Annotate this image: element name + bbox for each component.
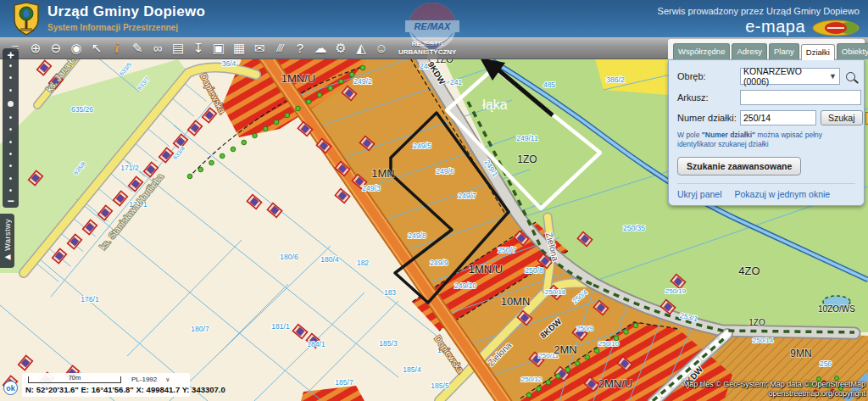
tree-dot xyxy=(209,160,214,165)
zoom-out-button[interactable]: − xyxy=(7,194,14,208)
gis-application: 635/26171/2171/1176/1180/7180/6180/4181/… xyxy=(0,0,868,401)
ok-button[interactable]: ok xyxy=(3,381,18,395)
zoom-level-dot[interactable] xyxy=(8,101,14,107)
select-area-icon[interactable]: ◉ xyxy=(66,38,86,58)
prism-icon[interactable]: ◭ xyxy=(351,38,371,58)
parcel-label: 256 xyxy=(820,359,832,368)
cloud-icon[interactable]: ☁ xyxy=(310,38,331,58)
parcel-label: 485 xyxy=(543,81,555,89)
layout-panels-icon[interactable]: ▦ xyxy=(229,38,249,58)
link-icon[interactable]: ∞ xyxy=(147,38,168,58)
parcel-label: 250/19 xyxy=(665,287,687,295)
parcel-label: 182 xyxy=(357,259,369,267)
hide-panel-link[interactable]: Ukryj panel xyxy=(677,189,722,199)
zoom-slider[interactable]: + − xyxy=(3,48,19,208)
advanced-search-button[interactable]: Szukanie zaawansowane xyxy=(677,157,801,175)
search-button[interactable]: Szukaj xyxy=(821,110,863,125)
zoom-out-icon[interactable]: ⊖ xyxy=(46,38,66,58)
crs-label: PL-1992 xyxy=(131,376,157,383)
parcel-label: 185/5 xyxy=(431,382,449,390)
parcel-number-input[interactable] xyxy=(740,110,816,125)
zoom-level-dot[interactable] xyxy=(9,128,12,131)
obreb-select[interactable]: KONARZEWO (0006) ▼ xyxy=(740,68,840,85)
search-hint: W pole "Numer działki" można wpisać pełn… xyxy=(677,131,855,149)
help-icon[interactable]: ? xyxy=(290,38,310,58)
tab-adresy[interactable]: Adresy xyxy=(732,43,767,59)
obreb-label: Obręb: xyxy=(677,71,740,81)
parcel-label: 250/14 xyxy=(753,337,774,344)
draw-icon[interactable]: ✎ xyxy=(127,38,147,58)
tab-współrzędne[interactable]: Współrzędne xyxy=(673,43,730,59)
parcel-label: 185/7 xyxy=(335,378,353,387)
panel-tabs: WspółrzędneAdresyPlanyDziałkiObiekty × xyxy=(668,39,865,59)
zoom-level-dot[interactable] xyxy=(9,177,12,180)
zoom-level-dot[interactable] xyxy=(9,164,12,167)
map-attribution: Map tiles © Geo-System; Map data © OpenS… xyxy=(683,380,865,398)
tab-obiekty[interactable]: Obiekty xyxy=(837,43,868,59)
zoom-level-dot[interactable] xyxy=(9,189,12,192)
info-icon[interactable]: i xyxy=(107,38,127,58)
tab-działki[interactable]: Działki xyxy=(801,44,835,60)
measure-icon[interactable]: /// xyxy=(270,38,290,58)
zoom-level-dot[interactable] xyxy=(9,116,12,119)
feedback-icon[interactable]: ☺ xyxy=(371,38,392,58)
numer-label: Numer działki: xyxy=(677,113,740,123)
tree-dot xyxy=(285,113,290,118)
emapa-brand: e-mapa xyxy=(745,17,805,36)
tree-dot xyxy=(242,140,247,145)
chevron-down-icon: ∨ xyxy=(165,376,170,383)
crs-selector[interactable]: PL-1992 ∨ xyxy=(131,376,170,383)
arkusz-label: Arkusz: xyxy=(677,92,740,103)
tree-dot xyxy=(317,92,322,97)
tree-dot xyxy=(546,380,551,385)
zoom-level-dot[interactable] xyxy=(9,153,12,155)
parcel-label: 180/6 xyxy=(280,253,298,261)
parcel-label: 184/1 xyxy=(307,340,326,348)
settings-icon[interactable]: ⚙ xyxy=(331,38,351,58)
parcel-label: 386/2 xyxy=(606,75,625,84)
attribution-link[interactable]: openstreetmap.org/copyright xyxy=(683,389,865,398)
parcel-label: 249/7 xyxy=(458,192,476,200)
header-bar: Urząd Gminy Dopiewo System Informacji Pr… xyxy=(0,0,868,37)
tree-dot xyxy=(349,72,354,77)
parcel-label: 36/4 xyxy=(222,59,236,68)
zoom-level-dot[interactable] xyxy=(9,64,12,67)
tree-dot xyxy=(306,99,311,104)
layers-panel-tab[interactable]: ▶ Warstwy xyxy=(0,214,14,268)
parcel-label: 185/3 xyxy=(379,339,398,348)
zoom-level-dot[interactable] xyxy=(9,141,12,143)
pointer-icon[interactable]: ↖ xyxy=(86,38,107,58)
tree-dot xyxy=(231,147,236,152)
zone-label: 1ZO xyxy=(748,318,765,327)
parcel-label: 249/9 xyxy=(430,259,448,267)
arkusz-input[interactable] xyxy=(740,90,861,105)
download-icon[interactable]: ↧ xyxy=(188,38,209,58)
tree-dot xyxy=(537,387,542,392)
zoom-in-button[interactable]: + xyxy=(7,48,14,62)
urban-register-button[interactable]: REJESTR URBANISTYCZNY xyxy=(398,40,456,55)
tree-dot xyxy=(556,374,561,379)
parcel-label: 249/8 xyxy=(408,231,426,240)
scale-label: 70m xyxy=(29,374,120,382)
status-bar: 70m PL-1992 ∨ N: 52°20'31.6" E: 16°41'56… xyxy=(22,373,190,397)
copy-window-icon[interactable]: ▣ xyxy=(209,38,229,58)
parcel-label: 176/1 xyxy=(81,295,99,304)
search-panel: WspółrzędneAdresyPlanyDziałkiObiekty × O… xyxy=(668,39,865,206)
print-icon[interactable]: ▤ xyxy=(168,38,188,58)
comment-icon[interactable]: ✉ xyxy=(249,38,270,58)
zone-label: 2MN xyxy=(554,343,576,356)
highlight-color-yellow[interactable] xyxy=(865,112,868,125)
zoom-level-dot[interactable] xyxy=(9,89,12,92)
zoom-track[interactable] xyxy=(8,62,14,194)
urban-register-line1: REJESTR xyxy=(398,40,456,47)
tree-dot xyxy=(565,367,570,372)
search-magnifier-icon[interactable] xyxy=(846,72,855,81)
parcel-label: 180/4 xyxy=(320,255,339,264)
zoom-level-dot[interactable] xyxy=(9,76,12,79)
single-window-link[interactable]: Pokazuj w jednym oknie xyxy=(735,189,831,199)
tab-plany[interactable]: Plany xyxy=(769,43,799,59)
zoom-in-icon[interactable]: ⊕ xyxy=(25,38,46,58)
parcel-label: 183 xyxy=(384,288,396,297)
parcel-label: 635/26 xyxy=(71,105,93,114)
geoportal-logo-icon xyxy=(812,19,860,36)
